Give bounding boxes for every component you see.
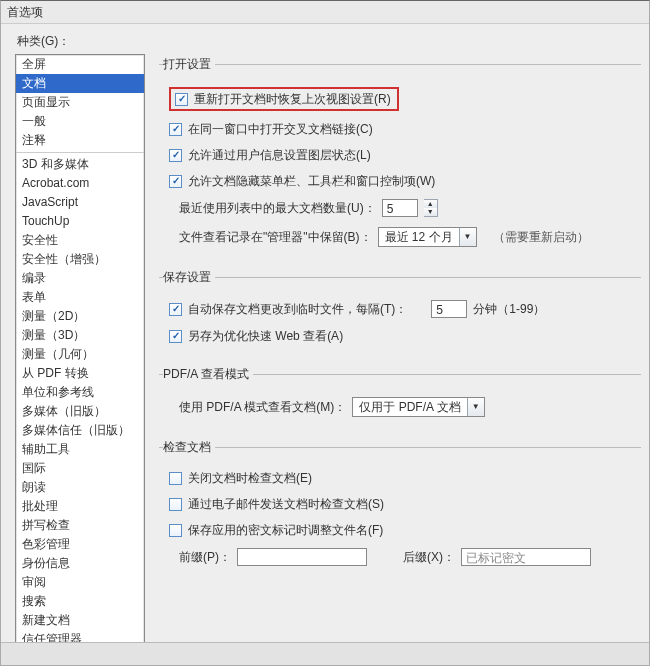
cross-doc-label: 在同一窗口中打开交叉文档链接(C): [188, 121, 373, 137]
examine-on-email-checkbox[interactable]: [169, 498, 182, 511]
history-row: 文件查看记录在"管理器"中保留(B)： 最近 12 个月 ▼ （需要重新启动）: [179, 227, 637, 247]
list-separator: [16, 152, 144, 153]
category-item[interactable]: 多媒体（旧版）: [16, 402, 144, 421]
layer-state-row: 允许通过用户信息设置图层状态(L): [169, 147, 637, 163]
categories-label: 种类(G)：: [17, 33, 641, 50]
window-title: 首选项: [1, 1, 649, 24]
stepper-down-icon[interactable]: ▼: [424, 208, 437, 216]
examine-on-email-label: 通过电子邮件发送文档时检查文档(S): [188, 496, 384, 512]
autosave-checkbox[interactable]: [169, 303, 182, 316]
category-item[interactable]: 色彩管理: [16, 535, 144, 554]
layer-state-checkbox[interactable]: [169, 149, 182, 162]
save-settings-group: 保存设置 自动保存文档更改到临时文件，每隔(T)： 5 分钟（1-99） 另存为…: [159, 269, 641, 354]
examine-on-close-label: 关闭文档时检查文档(E): [188, 470, 312, 486]
examine-group: 检查文档 关闭文档时检查文档(E) 通过电子邮件发送文档时检查文档(S) 保存应…: [159, 439, 641, 576]
categories-listbox[interactable]: 全屏文档页面显示一般注释3D 和多媒体Acrobat.comJavaScript…: [15, 54, 145, 648]
stepper-up-icon[interactable]: ▲: [424, 200, 437, 208]
preferences-window: 首选项 种类(G)： 全屏文档页面显示一般注释3D 和多媒体Acrobat.co…: [0, 0, 650, 666]
restore-last-view-label: 重新打开文档时恢复上次视图设置(R): [194, 91, 391, 107]
layer-state-label: 允许通过用户信息设置图层状态(L): [188, 147, 371, 163]
category-item[interactable]: 编录: [16, 269, 144, 288]
recent-docs-row: 最近使用列表中的最大文档数量(U)： 5 ▲ ▼: [179, 199, 637, 217]
restore-last-view-highlight: 重新打开文档时恢复上次视图设置(R): [169, 87, 399, 111]
cross-doc-row: 在同一窗口中打开交叉文档链接(C): [169, 121, 637, 137]
category-item[interactable]: 文档: [16, 74, 144, 93]
category-item[interactable]: 拼写检查: [16, 516, 144, 535]
history-label: 文件查看记录在"管理器"中保留(B)：: [179, 229, 372, 245]
examine-on-close-checkbox[interactable]: [169, 472, 182, 485]
category-item[interactable]: JavaScript: [16, 193, 144, 212]
category-item[interactable]: 一般: [16, 112, 144, 131]
hide-menubar-label: 允许文档隐藏菜单栏、工具栏和窗口控制项(W): [188, 173, 435, 189]
examine-on-save-row: 保存应用的密文标记时调整文件名(F): [169, 522, 637, 538]
save-settings-legend: 保存设置: [163, 269, 215, 286]
prefix-suffix-row: 前缀(P)： 后缀(X)： 已标记密文: [179, 548, 637, 566]
category-item[interactable]: 国际: [16, 459, 144, 478]
history-combo[interactable]: 最近 12 个月 ▼: [378, 227, 477, 247]
recent-docs-stepper[interactable]: ▲ ▼: [424, 199, 438, 217]
recent-docs-input[interactable]: 5: [382, 199, 418, 217]
prefix-label: 前缀(P)：: [179, 549, 231, 565]
suffix-input[interactable]: 已标记密文: [461, 548, 591, 566]
save-web-label: 另存为优化快速 Web 查看(A): [188, 328, 343, 344]
category-item[interactable]: 页面显示: [16, 93, 144, 112]
pdfa-mode-label: 使用 PDF/A 模式查看文档(M)：: [179, 399, 346, 415]
autosave-row: 自动保存文档更改到临时文件，每隔(T)： 5 分钟（1-99）: [169, 300, 637, 318]
category-item[interactable]: 3D 和多媒体: [16, 155, 144, 174]
chevron-down-icon[interactable]: ▼: [467, 398, 484, 416]
examine-on-close-row: 关闭文档时检查文档(E): [169, 470, 637, 486]
chevron-down-icon[interactable]: ▼: [459, 228, 476, 246]
category-item[interactable]: 朗读: [16, 478, 144, 497]
save-web-checkbox[interactable]: [169, 330, 182, 343]
category-item[interactable]: 身份信息: [16, 554, 144, 573]
hide-menubar-row: 允许文档隐藏菜单栏、工具栏和窗口控制项(W): [169, 173, 637, 189]
history-hint: （需要重新启动）: [493, 229, 589, 245]
content-area: 种类(G)： 全屏文档页面显示一般注释3D 和多媒体Acrobat.comJav…: [1, 23, 649, 643]
statusbar: [1, 642, 649, 665]
examine-on-save-label: 保存应用的密文标记时调整文件名(F): [188, 522, 383, 538]
autosave-label: 自动保存文档更改到临时文件，每隔(T)：: [188, 301, 407, 317]
category-item[interactable]: 安全性: [16, 231, 144, 250]
category-item[interactable]: 新建文档: [16, 611, 144, 630]
pdfa-legend: PDF/A 查看模式: [163, 366, 253, 383]
restore-last-view-checkbox[interactable]: [175, 93, 188, 106]
cross-doc-checkbox[interactable]: [169, 123, 182, 136]
suffix-label: 后缀(X)：: [403, 549, 455, 565]
open-settings-group: 打开设置 重新打开文档时恢复上次视图设置(R) 在同一窗口中打开交叉文档链接(C…: [159, 56, 641, 257]
layout: 全屏文档页面显示一般注释3D 和多媒体Acrobat.comJavaScript…: [15, 54, 641, 646]
category-item[interactable]: 批处理: [16, 497, 144, 516]
autosave-input[interactable]: 5: [431, 300, 467, 318]
category-item[interactable]: 辅助工具: [16, 440, 144, 459]
category-item[interactable]: 测量（3D）: [16, 326, 144, 345]
examine-on-email-row: 通过电子邮件发送文档时检查文档(S): [169, 496, 637, 512]
pdfa-group: PDF/A 查看模式 使用 PDF/A 模式查看文档(M)： 仅用于 PDF/A…: [159, 366, 641, 427]
category-item[interactable]: 从 PDF 转换: [16, 364, 144, 383]
category-item[interactable]: 安全性（增强）: [16, 250, 144, 269]
category-item[interactable]: 搜索: [16, 592, 144, 611]
examine-on-save-checkbox[interactable]: [169, 524, 182, 537]
category-item[interactable]: 表单: [16, 288, 144, 307]
autosave-unit: 分钟（1-99）: [473, 301, 545, 317]
save-web-row: 另存为优化快速 Web 查看(A): [169, 328, 637, 344]
hide-menubar-checkbox[interactable]: [169, 175, 182, 188]
pdfa-mode-combo[interactable]: 仅用于 PDF/A 文档 ▼: [352, 397, 484, 417]
prefix-input[interactable]: [237, 548, 367, 566]
category-item[interactable]: 全屏: [16, 55, 144, 74]
pdfa-mode-combo-text: 仅用于 PDF/A 文档: [353, 399, 466, 415]
category-item[interactable]: 测量（2D）: [16, 307, 144, 326]
category-item[interactable]: 测量（几何）: [16, 345, 144, 364]
history-combo-text: 最近 12 个月: [379, 229, 459, 245]
examine-legend: 检查文档: [163, 439, 215, 456]
category-item[interactable]: 多媒体信任（旧版）: [16, 421, 144, 440]
pdfa-mode-row: 使用 PDF/A 模式查看文档(M)： 仅用于 PDF/A 文档 ▼: [179, 397, 637, 417]
open-settings-legend: 打开设置: [163, 56, 215, 73]
settings-panel: 打开设置 重新打开文档时恢复上次视图设置(R) 在同一窗口中打开交叉文档链接(C…: [159, 54, 641, 646]
restore-last-view-row: 重新打开文档时恢复上次视图设置(R): [169, 87, 637, 111]
category-item[interactable]: TouchUp: [16, 212, 144, 231]
recent-docs-label: 最近使用列表中的最大文档数量(U)：: [179, 200, 376, 216]
category-item[interactable]: 单位和参考线: [16, 383, 144, 402]
category-item[interactable]: Acrobat.com: [16, 174, 144, 193]
category-item[interactable]: 审阅: [16, 573, 144, 592]
category-item[interactable]: 注释: [16, 131, 144, 150]
